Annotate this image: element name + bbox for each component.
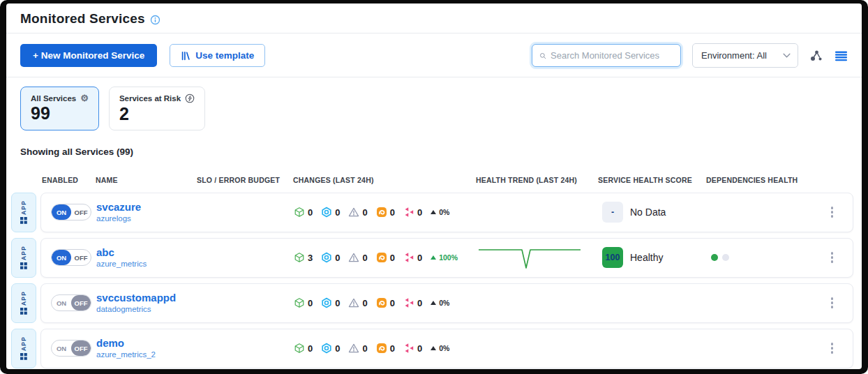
change-percent: 0% (431, 208, 449, 216)
template-library-icon (181, 51, 190, 61)
trend-up-icon (431, 255, 436, 260)
hexagon-change-icon (321, 297, 332, 308)
dependency-healthy-dot (711, 254, 718, 261)
health-score-badge: - (602, 202, 623, 223)
dependencies-cell (707, 254, 811, 261)
tab-all-services[interactable]: All Services ⚙ 99 (20, 87, 99, 130)
row-menu-button[interactable] (827, 202, 838, 222)
pink-app-change-icon (403, 252, 414, 263)
cube-change-icon (294, 252, 305, 263)
app-tag-label: APP (20, 246, 27, 260)
gear-icon: ⚙ (80, 94, 89, 103)
col-dependencies: DEPENDENCIES HEALTH (706, 176, 811, 184)
table-row: APP ONOFF svccustomappd datadogmetrics (11, 283, 853, 323)
changes-cell: 3 0 0 0 0 100% (294, 252, 477, 263)
pink-app-change-icon (403, 207, 414, 218)
alert-triangle-change-icon (348, 252, 359, 263)
screenshot-frame: Monitored Services + New Monitored Servi… (0, 0, 868, 374)
enabled-toggle[interactable]: ONOFF (51, 340, 91, 357)
table-header: ENABLED NAME SLO / ERROR BUDGET CHANGES … (42, 176, 853, 184)
col-health-trend: HEALTH TREND (LAST 24H) (476, 176, 598, 184)
health-score-badge: 100 (602, 247, 623, 268)
row-menu-button[interactable] (827, 338, 838, 358)
hexagon-change-icon (321, 252, 332, 263)
service-subtitle: azure_metrics (96, 260, 147, 268)
info-icon[interactable] (150, 15, 160, 25)
toolbar: + New Monitored Service Use template Env… (6, 33, 862, 77)
service-row-card: ONOFF demo azure_metrics_2 0 0 0 0 0 (40, 329, 853, 368)
changes-cell: 0 0 0 0 0 0% (294, 207, 477, 218)
table-row: APP ONOFF abc azure_metrics 3 (11, 238, 853, 278)
page-title: Monitored Services (20, 11, 145, 27)
col-name: NAME (96, 176, 197, 184)
row-menu-button[interactable] (827, 293, 838, 313)
environment-filter-dropdown[interactable]: Environment: All (692, 43, 798, 68)
service-name-link[interactable]: svccustomappd (96, 292, 176, 304)
table-row: APP ONOFF svcazure azurelogs (11, 193, 853, 232)
service-subtitle: azurelogs (96, 214, 131, 223)
health-trend-cell (477, 242, 599, 273)
enabled-toggle[interactable]: ONOFF (51, 294, 91, 311)
enabled-toggle[interactable]: ONOFF (51, 204, 91, 220)
app-tag-label: APP (20, 200, 27, 215)
col-changes: CHANGES (LAST 24H) (293, 176, 476, 184)
chevron-down-icon (783, 53, 791, 58)
use-template-button[interactable]: Use template (170, 44, 265, 67)
alert-triangle-change-icon (348, 343, 359, 354)
change-percent: 0% (431, 344, 449, 352)
service-rows: APP ONOFF svcazure azurelogs (6, 193, 862, 368)
trend-up-icon (431, 301, 436, 305)
topology-icon (809, 50, 823, 62)
all-services-count: 99 (31, 104, 89, 124)
topology-view-button[interactable] (809, 50, 823, 62)
app-grid-icon (20, 262, 27, 269)
pink-app-change-icon (403, 297, 414, 308)
app-tag-label: APP (20, 291, 27, 306)
service-name-link[interactable]: abc (96, 247, 114, 259)
all-services-label: All Services (31, 94, 76, 103)
summary-tabs: All Services ⚙ 99 Services at Risk 2 (6, 77, 862, 130)
orange-app-change-icon (376, 207, 387, 218)
app-type-tag: APP (11, 283, 36, 323)
services-at-risk-label: Services at Risk (119, 94, 181, 103)
health-trend-sparkline (477, 242, 583, 273)
trend-up-icon (431, 346, 436, 350)
orange-app-change-icon (376, 343, 387, 354)
hexagon-change-icon (321, 207, 332, 218)
use-template-label: Use template (195, 50, 254, 61)
service-subtitle: datadogmetrics (96, 305, 151, 313)
service-name-link[interactable]: svcazure (96, 202, 141, 214)
alert-triangle-change-icon (348, 297, 359, 308)
dependency-nodata-dot (722, 254, 729, 261)
health-score-label: No Data (630, 207, 666, 218)
risk-bolt-icon (185, 94, 195, 103)
app-type-tag: APP (11, 193, 36, 232)
new-monitored-service-button[interactable]: + New Monitored Service (20, 44, 157, 67)
list-view-button[interactable] (835, 50, 848, 61)
cube-change-icon (294, 207, 305, 218)
hexagon-change-icon (321, 343, 332, 354)
service-row-card: ONOFF svcazure azurelogs 0 0 0 0 0 0 (40, 193, 853, 232)
health-score-cell: - No Data (599, 202, 707, 223)
enabled-toggle[interactable]: ONOFF (51, 249, 91, 266)
changes-cell: 0 0 0 0 0 0% (294, 297, 477, 308)
pink-app-change-icon (403, 343, 414, 354)
service-row-card: ONOFF svccustomappd datadogmetrics 0 0 0… (40, 283, 853, 323)
service-subtitle: azure_metrics_2 (96, 350, 156, 359)
trend-up-icon (431, 210, 436, 214)
row-menu-button[interactable] (827, 248, 838, 267)
app-type-tag: APP (11, 329, 36, 368)
tab-services-at-risk[interactable]: Services at Risk 2 (109, 87, 205, 130)
search-input[interactable] (551, 50, 673, 61)
col-slo: SLO / ERROR BUDGET (197, 176, 293, 184)
search-box (532, 44, 681, 67)
app-tag-label: APP (20, 336, 27, 351)
monitored-services-page: Monitored Services + New Monitored Servi… (6, 3, 862, 369)
col-health-score: SERVICE HEALTH SCORE (598, 176, 706, 184)
alert-triangle-change-icon (348, 207, 359, 218)
cube-change-icon (294, 297, 305, 308)
service-name-link[interactable]: demo (96, 338, 124, 350)
environment-filter-value: Environment: All (701, 50, 767, 61)
table-row: APP ONOFF demo azure_metrics_2 (11, 329, 853, 368)
col-enabled: ENABLED (42, 176, 96, 184)
